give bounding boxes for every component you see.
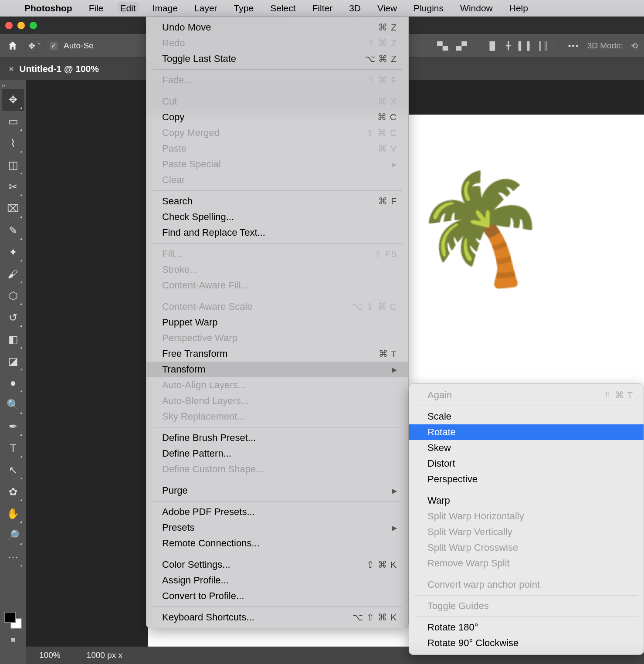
crop-tool[interactable]: ✂ xyxy=(2,176,24,198)
orbit-icon[interactable]: ⟲ xyxy=(631,41,638,51)
menu-shortcut: ⌘ T xyxy=(379,349,397,359)
edit-item-copy[interactable]: Copy⌘ C xyxy=(146,109,408,125)
history-brush-tool[interactable]: ↺ xyxy=(2,307,24,329)
shape-tool[interactable]: ✿ xyxy=(2,481,24,503)
menu-view[interactable]: View xyxy=(375,2,400,14)
distribute-bottom-icon[interactable]: ▌▐ xyxy=(519,41,530,51)
edit-item-keyboard-shortcuts[interactable]: Keyboard Shortcuts...⌥ ⇧ ⌘ K xyxy=(146,610,408,625)
quick-mask-button[interactable]: ◙ xyxy=(2,634,24,647)
gradient-tool[interactable]: ◪ xyxy=(2,350,24,372)
auto-select-checkbox[interactable]: ✓ xyxy=(50,42,58,50)
foreground-swatch[interactable] xyxy=(4,612,16,623)
brush-tool[interactable]: 🖌 xyxy=(2,263,24,285)
move-tool[interactable]: ✥ xyxy=(2,89,24,111)
distribute-h-icon[interactable]: ║║ xyxy=(537,41,549,51)
marquee-tool[interactable]: ▭ xyxy=(2,111,24,132)
stamp-tool[interactable]: ⬡ xyxy=(2,285,24,307)
tab-close-icon[interactable]: × xyxy=(9,64,14,74)
submenu-indicator-icon xyxy=(20,216,22,218)
transform-item-warp[interactable]: Warp xyxy=(409,493,644,508)
menu-help[interactable]: Help xyxy=(507,2,531,14)
edit-item-puppet-warp[interactable]: Puppet Warp xyxy=(146,315,408,330)
edit-item-adobe-pdf-presets[interactable]: Adobe PDF Presets... xyxy=(146,504,408,520)
edit-item-transform[interactable]: Transform▶ xyxy=(146,362,408,377)
edit-item-find-and-replace-text[interactable]: Find and Replace Text... xyxy=(146,225,408,241)
home-icon xyxy=(7,40,18,51)
transform-item-rotate[interactable]: Rotate xyxy=(409,424,644,440)
more-options-icon[interactable]: ••• xyxy=(568,41,580,51)
menu-image[interactable]: Image xyxy=(150,2,180,14)
path-select-tool[interactable]: ↖ xyxy=(2,459,24,481)
color-swatches[interactable] xyxy=(4,612,22,629)
menu-type[interactable]: Type xyxy=(231,2,257,14)
menu-3d[interactable]: 3D xyxy=(346,2,363,14)
submenu-indicator-icon xyxy=(20,564,22,566)
menu-shortcut: ⇧ ⌘ C xyxy=(366,128,397,138)
menu-shortcut: ⌘ F xyxy=(378,196,397,207)
align-center-h-icon[interactable]: ▄▀ xyxy=(456,41,468,51)
window-close-button[interactable] xyxy=(5,22,13,29)
edit-item-presets[interactable]: Presets▶ xyxy=(146,520,408,535)
submenu-indicator-icon xyxy=(20,412,22,414)
menu-window[interactable]: Window xyxy=(458,2,495,14)
menu-item-label: Stroke... xyxy=(162,264,198,275)
dodge-tool[interactable]: 🔍 xyxy=(2,394,24,416)
transform-item-rotate-90-clockwise[interactable]: Rotate 90° Clockwise xyxy=(409,635,644,651)
edit-item-assign-profile[interactable]: Assign Profile... xyxy=(146,573,408,588)
window-zoom-button[interactable] xyxy=(30,22,37,29)
menu-separator xyxy=(414,595,638,596)
hand-tool[interactable]: ✋ xyxy=(2,503,24,525)
more-tools[interactable]: ⋯ xyxy=(2,546,24,568)
menu-plugins[interactable]: Plugins xyxy=(411,2,446,14)
edit-item-perspective-warp: Perspective Warp xyxy=(146,330,408,346)
edit-item-undo-move[interactable]: Undo Move⌘ Z xyxy=(146,20,408,35)
transform-item-skew[interactable]: Skew xyxy=(409,440,644,456)
align-left-icon[interactable]: ▀▄ xyxy=(437,41,448,51)
edit-menu-dropdown[interactable]: Undo Move⌘ ZRedo⇧ ⌘ ZToggle Last State⌥ … xyxy=(146,17,409,628)
submenu-indicator-icon xyxy=(20,390,22,392)
type-tool[interactable]: T xyxy=(2,437,24,459)
lasso-tool[interactable]: ⌇ xyxy=(2,132,24,154)
eyedropper-tool[interactable]: ✎ xyxy=(2,220,24,241)
healing-tool[interactable]: ✦ xyxy=(2,241,24,263)
move-tool-indicator[interactable]: ✥ ˅ xyxy=(25,39,44,53)
edit-item-define-brush-preset[interactable]: Define Brush Preset... xyxy=(146,430,408,446)
transform-item-perspective[interactable]: Perspective xyxy=(409,471,644,487)
document-size[interactable]: 1000 px x xyxy=(87,650,122,660)
pen-tool[interactable]: ✒ xyxy=(2,416,24,437)
edit-item-define-pattern[interactable]: Define Pattern... xyxy=(146,446,408,461)
menu-select[interactable]: Select xyxy=(268,2,298,14)
mac-menubar[interactable]: Photoshop File Edit Image Layer Type Sel… xyxy=(0,0,644,17)
edit-item-remote-connections[interactable]: Remote Connections... xyxy=(146,535,408,551)
edit-item-convert-to-profile[interactable]: Convert to Profile... xyxy=(146,588,408,604)
document-tab-title[interactable]: Untitled-1 @ 100% xyxy=(19,64,99,74)
edit-item-toggle-last-state[interactable]: Toggle Last State⌥ ⌘ Z xyxy=(146,51,408,67)
edit-item-free-transform[interactable]: Free Transform⌘ T xyxy=(146,346,408,362)
transform-item-distort[interactable]: Distort xyxy=(409,456,644,471)
menu-file[interactable]: File xyxy=(86,2,106,14)
menu-item-label: Convert to Profile... xyxy=(162,590,244,602)
edit-item-check-spelling[interactable]: Check Spelling... xyxy=(146,209,408,225)
transform-submenu[interactable]: Again⇧ ⌘ TScaleRotateSkewDistortPerspect… xyxy=(409,383,644,655)
blur-tool[interactable]: ● xyxy=(2,372,24,394)
window-minimize-button[interactable] xyxy=(17,22,25,29)
distribute-top-icon[interactable]: ▐▌ xyxy=(487,41,498,51)
toolbox-expand-icon[interactable]: ›› xyxy=(0,82,5,89)
zoom-tool[interactable]: 🔎 xyxy=(2,525,24,546)
menu-layer[interactable]: Layer xyxy=(192,2,220,14)
menu-app[interactable]: Photoshop xyxy=(22,2,75,14)
object-select-tool[interactable]: ◫ xyxy=(2,154,24,176)
home-button[interactable] xyxy=(6,39,19,52)
edit-item-search[interactable]: Search⌘ F xyxy=(146,193,408,209)
eraser-tool[interactable]: ◧ xyxy=(2,329,24,350)
edit-item-color-settings[interactable]: Color Settings...⇧ ⌘ K xyxy=(146,557,408,573)
menu-filter[interactable]: Filter xyxy=(310,2,336,14)
transform-item-scale[interactable]: Scale xyxy=(409,409,644,424)
distribute-center-icon[interactable]: ╋ xyxy=(506,41,511,51)
frame-tool[interactable]: ⌧ xyxy=(2,198,24,220)
menu-item-label: Toggle Guides xyxy=(427,600,489,612)
transform-item-rotate-180[interactable]: Rotate 180° xyxy=(409,620,644,635)
edit-item-purge[interactable]: Purge▶ xyxy=(146,483,408,498)
menu-edit[interactable]: Edit xyxy=(118,2,139,14)
zoom-level[interactable]: 100% xyxy=(39,650,61,660)
